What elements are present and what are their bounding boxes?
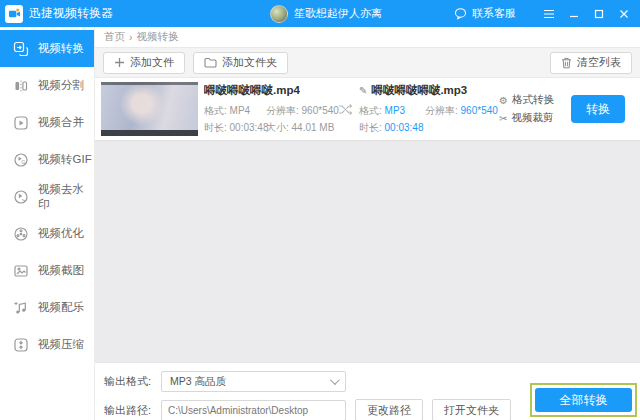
add-folder-label: 添加文件夹 xyxy=(222,55,277,70)
open-folder-button[interactable]: 打开文件夹 xyxy=(432,399,511,420)
source-duration: 时长: 00:03:48 xyxy=(204,121,266,135)
video-optimize-icon xyxy=(13,226,29,242)
change-path-button[interactable]: 更改路径 xyxy=(355,399,423,420)
video-merge-icon xyxy=(13,115,29,131)
format-convert-label: 格式转换 xyxy=(512,93,554,107)
sidebar-item-label: 视频优化 xyxy=(38,226,84,241)
sidebar-item-video-screenshot[interactable]: 视频截图 xyxy=(0,252,94,289)
file-list-empty-area xyxy=(95,140,640,362)
sidebar-item-label: 视频分割 xyxy=(38,78,84,93)
chat-bubble-icon xyxy=(454,7,467,20)
sidebar-item-video-to-gif[interactable]: G 视频转GIF xyxy=(0,141,94,178)
target-format: 格式: MP3 xyxy=(359,104,425,118)
sidebar-item-label: 视频压缩 xyxy=(38,337,84,352)
trash-icon xyxy=(561,57,572,69)
convert-button[interactable]: 转换 xyxy=(571,95,625,123)
sidebar-item-label: 视频转GIF xyxy=(38,152,92,167)
close-button[interactable] xyxy=(616,6,632,22)
target-file-name: 嘚啵嘚啵嘚啵.mp3 xyxy=(371,83,467,98)
app-window: 迅捷视频转换器 笙歌想起伊人亦离 联系客服 xyxy=(0,0,640,420)
target-duration: 时长: 00:03:48 xyxy=(359,121,425,135)
output-path-input[interactable] xyxy=(161,400,346,420)
video-soundtrack-icon xyxy=(13,300,29,316)
scissors-icon: ✂ xyxy=(499,113,507,124)
shuffle-arrows-icon xyxy=(338,103,353,116)
video-split-icon xyxy=(13,78,29,94)
output-format-value: MP3 高品质 xyxy=(170,375,226,389)
row-actions: ⚙ 格式转换 ✂ 视频裁剪 xyxy=(499,89,563,129)
output-format-select[interactable]: MP3 高品质 xyxy=(161,371,346,392)
menu-icon[interactable] xyxy=(541,6,557,22)
maximize-button[interactable] xyxy=(591,6,607,22)
app-logo-icon xyxy=(5,5,23,23)
sidebar-item-video-soundtrack[interactable]: 视频配乐 xyxy=(0,289,94,326)
video-screenshot-icon xyxy=(13,263,29,279)
sidebar-item-video-compress[interactable]: 视频压缩 xyxy=(0,326,94,363)
sidebar-item-label: 视频合并 xyxy=(38,115,84,130)
clear-list-button[interactable]: 清空列表 xyxy=(550,52,632,74)
svg-text:G: G xyxy=(21,159,25,165)
video-compress-icon xyxy=(13,337,29,353)
app-title: 迅捷视频转换器 xyxy=(29,5,113,22)
video-thumbnail[interactable] xyxy=(101,82,198,136)
contact-support-button[interactable]: 联系客服 xyxy=(454,6,516,21)
sidebar-item-label: 视频去水印 xyxy=(38,182,94,212)
convert-all-button[interactable]: 全部转换 xyxy=(535,388,632,412)
minimize-button[interactable] xyxy=(566,6,582,22)
video-crop-label: 视频裁剪 xyxy=(511,111,553,125)
sidebar-item-label: 视频配乐 xyxy=(38,300,84,315)
edit-pencil-icon[interactable]: ✎ xyxy=(359,85,367,96)
video-convert-icon xyxy=(13,41,29,57)
breadcrumb-home[interactable]: 首页 xyxy=(104,30,125,44)
convert-all-highlight: 全部转换 xyxy=(530,383,637,417)
folder-icon xyxy=(204,57,217,68)
clear-list-label: 清空列表 xyxy=(577,55,621,70)
source-size: 大小: 44.01 MB xyxy=(266,121,334,135)
sidebar-item-video-convert[interactable]: 视频转换 xyxy=(0,30,94,67)
plus-icon xyxy=(114,57,125,68)
sidebar-item-label: 视频截图 xyxy=(38,263,84,278)
format-convert-option[interactable]: ⚙ 格式转换 xyxy=(499,93,563,107)
main-panel: 首页 › 视频转换 添加文件 添加文件夹 xyxy=(95,27,640,420)
toolbar: 添加文件 添加文件夹 清空列表 xyxy=(95,47,640,78)
chevron-down-icon xyxy=(330,375,340,385)
target-resolution: 分辨率: 960*540 xyxy=(425,104,498,118)
add-file-label: 添加文件 xyxy=(130,55,174,70)
file-list-row: 嘚啵嘚啵嘚啵.mp4 格式: MP4 分辨率: 960*540 时长: 00:0… xyxy=(95,78,640,140)
source-format: 格式: MP4 xyxy=(204,104,266,118)
source-meta-row-2: 时长: 00:03:48 大小: 44.01 MB xyxy=(204,121,332,135)
footer-panel: 输出格式: MP3 高品质 输出路径: 更改路径 打开文件夹 全部转换 xyxy=(95,362,640,420)
source-file-name: 嘚啵嘚啵嘚啵.mp4 xyxy=(204,83,332,98)
add-folder-button[interactable]: 添加文件夹 xyxy=(193,52,288,74)
sidebar-item-video-split[interactable]: 视频分割 xyxy=(0,67,94,104)
sidebar-item-video-watermark-remove[interactable]: 视频去水印 xyxy=(0,178,94,215)
breadcrumb-separator: › xyxy=(129,31,133,43)
username: 笙歌想起伊人亦离 xyxy=(294,6,382,21)
source-resolution: 分辨率: 960*540 xyxy=(266,104,339,118)
video-to-gif-icon: G xyxy=(13,152,29,168)
sidebar-item-video-optimize[interactable]: 视频优化 xyxy=(0,215,94,252)
source-file-info: 嘚啵嘚啵嘚啵.mp4 格式: MP4 分辨率: 960*540 时长: 00:0… xyxy=(204,83,332,135)
sidebar: 视频转换 视频分割 视频合并 xyxy=(0,27,95,420)
sidebar-item-label: 视频转换 xyxy=(38,41,84,56)
target-meta-row-1: 格式: MP3 分辨率: 960*540 xyxy=(359,104,499,118)
target-file-name-row: ✎ 嘚啵嘚啵嘚啵.mp3 xyxy=(359,83,499,98)
add-file-button[interactable]: 添加文件 xyxy=(103,52,185,74)
gear-icon: ⚙ xyxy=(499,95,508,106)
source-meta-row-1: 格式: MP4 分辨率: 960*540 xyxy=(204,104,332,118)
video-crop-option[interactable]: ✂ 视频裁剪 xyxy=(499,111,563,125)
breadcrumb-current: 视频转换 xyxy=(137,30,179,44)
target-file-info: ✎ 嘚啵嘚啵嘚啵.mp3 格式: MP3 分辨率: 960*540 时长: 00… xyxy=(359,83,499,135)
breadcrumb: 首页 › 视频转换 xyxy=(95,27,640,47)
user-avatar[interactable] xyxy=(270,5,288,23)
output-format-label: 输出格式: xyxy=(104,374,161,389)
titlebar: 迅捷视频转换器 笙歌想起伊人亦离 联系客服 xyxy=(0,0,640,27)
video-watermark-remove-icon xyxy=(13,189,29,205)
contact-support-label: 联系客服 xyxy=(472,6,516,21)
user-block[interactable]: 笙歌想起伊人亦离 xyxy=(270,5,382,23)
target-meta-row-2: 时长: 00:03:48 xyxy=(359,121,499,135)
sidebar-item-video-merge[interactable]: 视频合并 xyxy=(0,104,94,141)
output-path-label: 输出路径: xyxy=(104,403,161,418)
